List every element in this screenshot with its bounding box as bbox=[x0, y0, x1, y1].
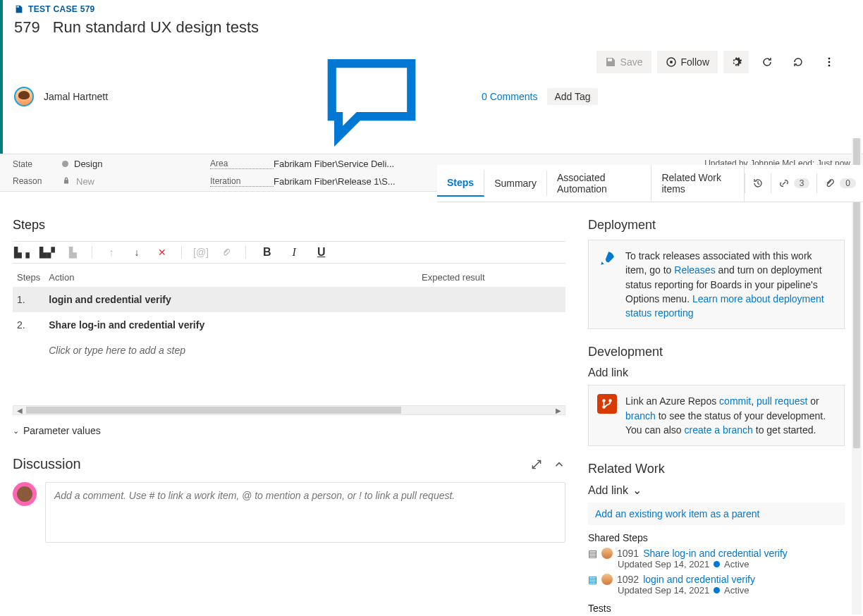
comments-link[interactable]: 0 Comments bbox=[266, 44, 537, 149]
col-expected: Expected result bbox=[417, 268, 565, 287]
scroll-thumb[interactable] bbox=[26, 407, 401, 414]
breadcrumb-label: TEST CASE 579 bbox=[28, 4, 95, 14]
branch-link[interactable]: branch bbox=[625, 410, 656, 421]
settings-button[interactable] bbox=[723, 51, 749, 73]
move-up-button: ↑ bbox=[105, 246, 118, 259]
steps-table: Steps Action Expected result 1. login an… bbox=[13, 268, 565, 363]
related-item-state: Active bbox=[724, 585, 749, 596]
related-work-title: Related Work bbox=[588, 462, 845, 476]
shared-steps-icon: ▤ bbox=[588, 548, 597, 559]
state-field[interactable]: Design bbox=[62, 159, 210, 169]
history-tab[interactable] bbox=[745, 173, 771, 193]
attachment-icon bbox=[824, 178, 836, 189]
discussion-input[interactable] bbox=[45, 482, 565, 543]
step-row[interactable]: 1. login and credential verify bbox=[13, 287, 565, 312]
page-vertical-scrollbar[interactable] bbox=[852, 138, 862, 615]
create-branch-link[interactable]: create a branch bbox=[685, 424, 753, 436]
related-item-avatar bbox=[601, 574, 613, 585]
state-label: State bbox=[13, 159, 62, 169]
related-item-state: Active bbox=[724, 559, 749, 569]
commit-link[interactable]: commit bbox=[719, 395, 751, 407]
releases-link[interactable]: Releases bbox=[674, 264, 715, 276]
collapse-icon[interactable] bbox=[553, 458, 565, 471]
tab-steps[interactable]: Steps bbox=[437, 170, 484, 197]
refresh-button[interactable] bbox=[754, 51, 780, 73]
related-group-header: Tests bbox=[588, 603, 845, 614]
branch-icon bbox=[597, 394, 617, 414]
related-add-link[interactable]: Add link ⌄ bbox=[588, 483, 845, 497]
col-step: Steps bbox=[13, 268, 44, 287]
attach-mention-button: [@] bbox=[195, 246, 207, 259]
steps-toolbar: ▙▗ ▙▞ ▙ ↑ ↓ ✕ [@] B I U bbox=[13, 241, 565, 264]
scroll-left-icon[interactable]: ◀ bbox=[15, 406, 25, 414]
revert-button[interactable] bbox=[785, 51, 811, 73]
rocket-icon bbox=[597, 249, 617, 269]
italic-button[interactable]: I bbox=[288, 246, 300, 259]
development-infobox: Link an Azure Repos commit, pull request… bbox=[588, 385, 845, 446]
area-label: Area bbox=[210, 159, 274, 169]
add-tag-button[interactable]: Add Tag bbox=[547, 88, 597, 105]
links-tab[interactable]: 3 bbox=[771, 173, 817, 193]
attachments-tab[interactable]: 0 bbox=[816, 173, 863, 193]
expand-icon[interactable] bbox=[530, 458, 543, 471]
related-item-title[interactable]: login and credential verify bbox=[643, 574, 755, 585]
related-item-updated: Updated Sep 14, 2021 bbox=[618, 585, 709, 596]
area-field[interactable]: Fabrikam Fiber\Service Deli... bbox=[274, 159, 429, 169]
delete-step-button[interactable]: ✕ bbox=[156, 246, 169, 259]
related-item-title[interactable]: Share log-in and credential verify bbox=[643, 548, 788, 559]
assignee-name[interactable]: Jamal Hartnett bbox=[44, 91, 108, 102]
development-add-link[interactable]: Add link bbox=[588, 366, 845, 379]
tab-related-work-items[interactable]: Related Work items bbox=[651, 165, 744, 202]
comments-count: 0 Comments bbox=[482, 91, 537, 102]
discussion-header: Discussion bbox=[13, 456, 565, 472]
attach-file-button bbox=[220, 246, 233, 259]
follow-icon bbox=[666, 56, 677, 68]
more-actions-button[interactable] bbox=[816, 51, 842, 73]
parameter-values-toggle[interactable]: ⌄ Parameter values bbox=[13, 425, 565, 436]
state-dot-icon bbox=[714, 587, 720, 593]
undo-icon bbox=[792, 56, 804, 68]
chevron-down-icon: ⌄ bbox=[632, 483, 642, 497]
work-item-title[interactable]: Run standard UX design tests bbox=[53, 18, 259, 37]
pull-request-link[interactable]: pull request bbox=[757, 395, 807, 407]
add-step-placeholder[interactable]: Click or type here to add a step bbox=[44, 338, 565, 363]
discussion-title: Discussion bbox=[13, 456, 81, 472]
save-button[interactable]: Save bbox=[596, 51, 651, 73]
tab-summary[interactable]: Summary bbox=[484, 171, 547, 196]
lock-icon bbox=[62, 176, 71, 187]
state-dot-icon bbox=[62, 161, 68, 167]
follow-button[interactable]: Follow bbox=[657, 51, 718, 73]
insert-step-button[interactable]: ▙▗ bbox=[16, 246, 28, 259]
shared-steps-icon: ▤ bbox=[588, 574, 597, 585]
comment-icon bbox=[266, 44, 477, 149]
development-title: Development bbox=[588, 345, 845, 359]
related-item-updated: Updated Sep 14, 2021 bbox=[618, 559, 709, 569]
add-parent-link[interactable]: Add an existing work item as a parent bbox=[588, 503, 845, 525]
work-item-header: TEST CASE 579 579 Run standard UX design… bbox=[0, 0, 863, 154]
create-shared-step-button: ▙ bbox=[66, 246, 79, 259]
move-down-button[interactable]: ↓ bbox=[130, 246, 143, 259]
deployment-title: Deployment bbox=[588, 218, 845, 233]
iteration-field[interactable]: Fabrikam Fiber\Release 1\S... bbox=[274, 176, 429, 187]
more-icon bbox=[824, 56, 835, 68]
history-icon bbox=[752, 178, 764, 189]
assignee-avatar[interactable] bbox=[14, 87, 34, 106]
steps-horizontal-scrollbar[interactable]: ◀ ▶ bbox=[13, 405, 565, 415]
related-item[interactable]: ▤1092login and credential verifyUpdated … bbox=[588, 574, 845, 596]
insert-shared-step-button[interactable]: ▙▞ bbox=[41, 246, 54, 259]
step-row[interactable]: 2. Share log-in and credential verify bbox=[13, 312, 565, 338]
breadcrumb[interactable]: TEST CASE 579 bbox=[14, 4, 852, 14]
refresh-icon bbox=[761, 56, 773, 68]
underline-button[interactable]: U bbox=[313, 246, 330, 259]
related-group-header: Shared Steps bbox=[588, 532, 845, 543]
link-icon bbox=[778, 178, 790, 189]
tab-bar: Steps Summary Associated Automation Rela… bbox=[437, 165, 863, 202]
state-dot-icon bbox=[714, 561, 720, 567]
col-action: Action bbox=[44, 268, 417, 287]
bold-button[interactable]: B bbox=[259, 246, 276, 259]
tab-associated-automation[interactable]: Associated Automation bbox=[547, 165, 651, 202]
reason-field: New bbox=[62, 176, 210, 187]
related-item[interactable]: ▤1091Share log-in and credential verifyU… bbox=[588, 548, 845, 569]
scroll-right-icon[interactable]: ▶ bbox=[553, 406, 563, 414]
steps-section-title: Steps bbox=[13, 218, 565, 233]
